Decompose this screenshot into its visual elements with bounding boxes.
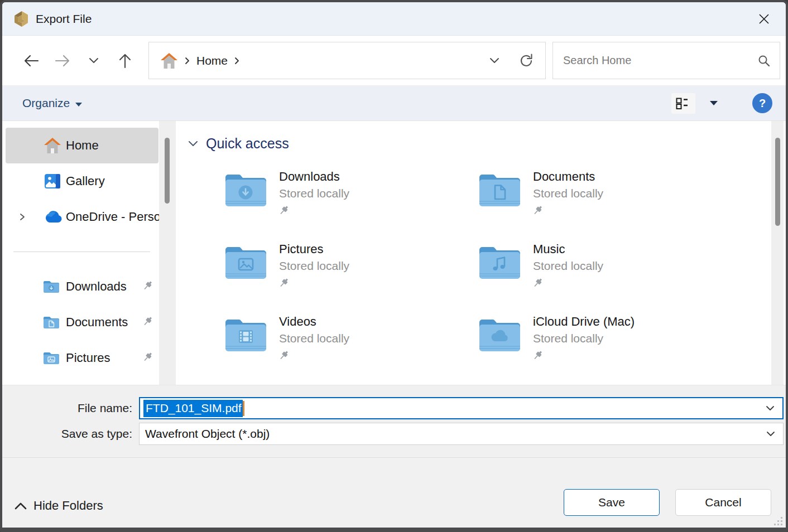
search-input[interactable] xyxy=(563,54,757,67)
sidebar-item-pictures[interactable]: Pictures xyxy=(6,340,159,376)
export-file-dialog: Export File xyxy=(0,0,788,532)
pin-icon xyxy=(279,350,290,361)
breadcrumb-chevron-icon[interactable] xyxy=(234,57,239,65)
quick-access-tile-pictures[interactable]: PicturesStored locally xyxy=(225,240,479,312)
tile-title: Documents xyxy=(533,168,603,185)
tile-title: Videos xyxy=(279,313,349,330)
tile-title: Music xyxy=(533,241,603,258)
pin-icon xyxy=(533,350,635,363)
folder-pictures-icon xyxy=(44,351,63,365)
title-bar: Export File xyxy=(2,2,786,36)
pin-icon xyxy=(279,205,349,218)
refresh-icon[interactable] xyxy=(518,53,534,69)
app-logo-icon xyxy=(11,9,30,29)
search-icon[interactable] xyxy=(757,54,771,67)
address-bar[interactable]: Home xyxy=(148,42,546,79)
quick-access-tile-videos[interactable]: VideosStored locally xyxy=(225,312,479,385)
home-icon xyxy=(160,52,178,69)
pin-icon xyxy=(533,278,603,291)
quick-access-header[interactable]: Quick access xyxy=(188,136,786,152)
pin-icon xyxy=(143,280,153,293)
dialog-footer: Hide Folders Save Cancel xyxy=(2,457,786,528)
forward-arrow-icon xyxy=(54,54,71,67)
navigation-bar: Home xyxy=(2,36,786,86)
expander[interactable] xyxy=(19,212,44,221)
chevron-down-icon xyxy=(75,103,82,107)
folder-icon xyxy=(479,173,521,207)
pin-icon xyxy=(143,316,153,329)
save-as-type-select[interactable]: Wavefront Object (*.obj) xyxy=(139,423,784,445)
sidebar-item-downloads[interactable]: Downloads xyxy=(6,269,159,304)
help-button[interactable]: ? xyxy=(752,93,772,113)
up-button[interactable] xyxy=(109,47,141,74)
view-mode-button[interactable] xyxy=(671,93,695,114)
main-scrollbar[interactable] xyxy=(771,121,784,385)
tile-status: Stored locally xyxy=(279,185,349,202)
view-mode-dropdown-icon[interactable] xyxy=(710,101,718,105)
close-button[interactable] xyxy=(751,6,777,32)
quick-access-tile-downloads[interactable]: DownloadsStored locally xyxy=(225,167,479,240)
organize-label: Organize xyxy=(22,96,70,110)
sidebar-scrollbar[interactable] xyxy=(159,121,176,385)
quick-access-tile-music[interactable]: MusicStored locally xyxy=(479,240,733,312)
quick-access-title: Quick access xyxy=(206,136,289,152)
sidebar-scrollbar-thumb[interactable] xyxy=(165,138,170,204)
folder-downloads-icon xyxy=(44,280,63,293)
close-icon xyxy=(757,12,771,26)
back-arrow-icon xyxy=(23,54,40,67)
pin-icon xyxy=(533,278,544,288)
hide-folders-label: Hide Folders xyxy=(33,499,103,513)
main-scrollbar-thumb[interactable] xyxy=(775,138,780,226)
sidebar-item-onedrive-perso[interactable]: OneDrive - Perso xyxy=(6,199,159,235)
back-button[interactable] xyxy=(16,47,47,74)
quick-access-tile-documents[interactable]: DocumentsStored locally xyxy=(479,167,733,240)
organize-button[interactable]: Organize xyxy=(22,96,82,110)
sidebar-item-label: OneDrive - Perso xyxy=(66,210,159,224)
file-name-label: File name: xyxy=(2,402,139,415)
sidebar-item-gallery[interactable]: Gallery xyxy=(6,163,159,199)
pin-icon xyxy=(279,350,349,363)
folder-icon xyxy=(225,318,267,352)
breadcrumb-home[interactable]: Home xyxy=(196,54,228,67)
quick-access-tile-icloud-drive-mac[interactable]: iCloud Drive (Mac)Stored locally xyxy=(479,312,733,385)
expand-chevron-icon[interactable] xyxy=(19,212,26,221)
onedrive-icon xyxy=(44,211,63,223)
tile-status: Stored locally xyxy=(279,258,349,274)
tile-title: Downloads xyxy=(279,168,349,185)
pin-icon xyxy=(279,278,290,288)
chevron-up-icon xyxy=(15,502,27,510)
sidebar-item-home[interactable]: Home xyxy=(6,128,158,163)
cancel-button[interactable]: Cancel xyxy=(675,489,771,516)
file-name-input[interactable]: FTD_101_SIM.pdf xyxy=(139,397,784,419)
sidebar-item-documents[interactable]: Documents xyxy=(6,304,159,340)
sidebar-item-label: Downloads xyxy=(66,279,127,294)
pin-icon xyxy=(143,280,153,291)
tile-status: Stored locally xyxy=(533,185,603,202)
tile-status: Stored locally xyxy=(279,330,349,347)
save-as-type-value: Wavefront Object (*.obj) xyxy=(145,427,270,441)
chevron-down-icon[interactable] xyxy=(766,431,775,437)
file-form: File name: FTD_101_SIM.pdf Save as type:… xyxy=(2,385,786,457)
resize-grip[interactable] xyxy=(772,515,782,525)
pin-icon xyxy=(533,205,544,216)
text-caret xyxy=(243,401,244,416)
recent-locations-button[interactable] xyxy=(78,47,109,74)
sidebar-divider xyxy=(13,252,150,252)
sidebar-item-label: Gallery xyxy=(66,174,105,188)
help-glyph: ? xyxy=(759,97,766,110)
tile-status: Stored locally xyxy=(533,258,603,274)
tile-title: Pictures xyxy=(279,241,349,258)
pin-icon xyxy=(143,352,153,362)
sidebar-item-label: Pictures xyxy=(66,351,110,365)
folder-icon xyxy=(479,245,521,280)
up-arrow-icon xyxy=(118,52,132,69)
hide-folders-button[interactable]: Hide Folders xyxy=(15,499,103,513)
sidebar: HomeGalleryOneDrive - PersoDownloadsDocu… xyxy=(2,121,159,385)
pin-icon xyxy=(533,350,544,361)
chevron-down-icon[interactable] xyxy=(766,405,775,411)
pin-icon xyxy=(143,316,153,327)
save-button[interactable]: Save xyxy=(564,489,660,516)
address-dropdown-icon[interactable] xyxy=(489,57,499,64)
tile-title: iCloud Drive (Mac) xyxy=(533,313,635,330)
forward-button[interactable] xyxy=(47,47,78,74)
